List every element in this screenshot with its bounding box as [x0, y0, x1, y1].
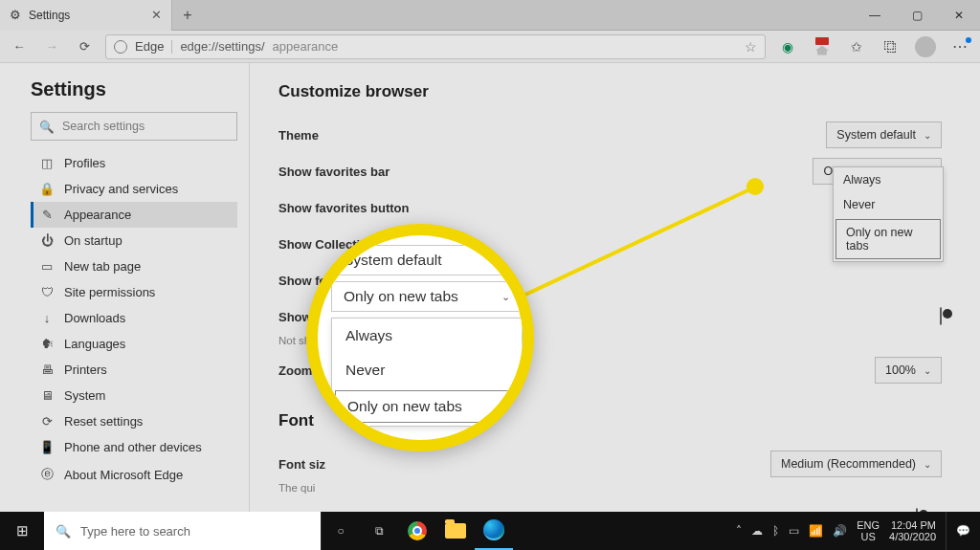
start-button[interactable]: ⊞	[0, 512, 44, 550]
magnifier-option-never: Never	[332, 353, 522, 387]
sidebar-item-privacy-and-services[interactable]: 🔒Privacy and services	[31, 176, 237, 202]
sidebar-item-reset-settings[interactable]: ⟳Reset settings	[31, 408, 237, 434]
sidebar-item-printers[interactable]: 🖶Printers	[31, 357, 237, 383]
sidebar-item-label: Printers	[64, 363, 107, 377]
favorites-button[interactable]: ✩	[844, 34, 869, 59]
sidebar-item-profiles[interactable]: ◫Profiles	[31, 150, 237, 176]
tray-chevron-up-icon[interactable]: ˄	[736, 524, 742, 538]
search-icon: 🔍	[56, 524, 71, 539]
sidebar-item-downloads[interactable]: ↓Downloads	[31, 305, 237, 331]
callout-dot	[746, 178, 764, 195]
settings-nav-list: ◫Profiles🔒Privacy and services✎Appearanc…	[31, 150, 237, 489]
minimize-button[interactable]: —	[854, 0, 896, 31]
sidebar-item-new-tab-page[interactable]: ▭New tab page	[31, 253, 237, 279]
zoom-dropdown[interactable]: 100%⌄	[875, 357, 942, 384]
action-center-button[interactable]: 💬	[946, 512, 980, 550]
taskbar-app-explorer[interactable]	[436, 512, 475, 550]
profile-avatar[interactable]	[913, 34, 938, 59]
magnifier-option-always: Always	[332, 319, 522, 353]
sidebar-item-label: On startup	[64, 233, 122, 248]
sidebar-item-label: Phone and other devices	[64, 440, 202, 454]
extension-home-icon[interactable]	[810, 34, 835, 59]
sidebar-item-on-startup[interactable]: ⏻On startup	[31, 228, 237, 253]
chevron-down-icon: ⌄	[924, 459, 931, 470]
sidebar-item-icon: 🖥	[39, 388, 55, 403]
sidebar-item-appearance[interactable]: ✎Appearance	[31, 202, 237, 228]
sidebar-item-label: About Microsoft Edge	[64, 468, 183, 482]
sidebar-item-site-permissions[interactable]: 🛡Site permissions	[31, 279, 237, 305]
edge-icon	[114, 40, 127, 54]
sidebar-item-icon: 📱	[39, 440, 55, 454]
tray-volume-icon[interactable]: 🔊	[833, 524, 847, 538]
sidebar-item-label: System	[64, 388, 105, 403]
extension-circle-icon[interactable]: ◉	[775, 34, 800, 59]
tray-onedrive-icon[interactable]: ☁	[751, 524, 763, 538]
sidebar-item-label: Appearance	[64, 208, 131, 222]
new-tab-button[interactable]: +	[172, 7, 203, 24]
sidebar-item-label: Site permissions	[64, 285, 155, 299]
chevron-down-icon: ⌄	[924, 365, 931, 376]
sidebar-item-icon: 🖶	[39, 363, 55, 377]
sidebar-item-system[interactable]: 🖥System	[31, 383, 237, 408]
windows-taskbar: ⊞ 🔍 Type here to search ○ ⧉ ˄ ☁ ᛒ ▭ 📶 🔊 …	[0, 512, 980, 550]
favorites-bar-option-newtabs[interactable]: Only on new tabs	[835, 219, 941, 259]
font-size-dropdown[interactable]: Medium (Recommended)⌄	[770, 451, 942, 477]
taskbar-app-chrome[interactable]	[398, 512, 436, 550]
tray-language[interactable]: ENG US	[857, 519, 880, 542]
more-menu-button[interactable]: ⋯	[947, 34, 972, 59]
favorites-bar-option-always[interactable]: Always	[834, 167, 943, 192]
sidebar-item-languages[interactable]: 🗣Languages	[31, 331, 237, 357]
sidebar-item-icon: ⏻	[39, 233, 55, 248]
tray-battery-icon[interactable]: ▭	[789, 524, 799, 538]
magnifier-callout: System default⌄ Only on new tabs⌄ Always…	[306, 224, 534, 451]
tab-title: Settings	[29, 9, 70, 22]
back-button[interactable]: ←	[8, 39, 31, 54]
tray-clock[interactable]: 12:04 PM 4/30/2020	[889, 519, 936, 542]
tray-wifi-icon[interactable]: 📶	[809, 524, 823, 538]
sidebar-item-about-microsoft-edge[interactable]: ⓔAbout Microsoft Edge	[31, 460, 237, 489]
sidebar-item-icon: 🗣	[39, 337, 55, 351]
browser-tabbar: ⚙ Settings ✕ + — ▢ ✕	[0, 0, 980, 31]
favorite-star-icon[interactable]: ☆	[745, 39, 757, 55]
browser-tab-settings[interactable]: ⚙ Settings ✕	[0, 0, 172, 31]
taskbar-search-box[interactable]: 🔍 Type here to search	[44, 512, 322, 550]
settings-title: Settings	[31, 78, 237, 100]
font-size-label: Font siz	[278, 457, 325, 472]
sidebar-item-icon: 🔒	[39, 182, 55, 196]
url-label: Edge	[135, 39, 164, 54]
close-window-button[interactable]: ✕	[938, 0, 980, 31]
address-bar[interactable]: Edge edge://settings/appearance ☆	[105, 34, 766, 59]
sidebar-item-icon: ▭	[39, 259, 55, 274]
favorites-bar-label: Show favorites bar	[278, 165, 390, 179]
task-view-button[interactable]: ⧉	[360, 512, 398, 550]
window-controls: — ▢ ✕	[854, 0, 980, 31]
collections-button[interactable]: ⿻	[879, 34, 903, 59]
sidebar-item-label: Profiles	[64, 156, 105, 170]
close-icon[interactable]: ✕	[151, 8, 162, 22]
favorites-bar-option-never[interactable]: Never	[834, 192, 943, 217]
refresh-button[interactable]: ⟳	[73, 39, 96, 54]
favorites-button-label: Show favorites button	[278, 201, 410, 215]
sidebar-item-label: New tab page	[64, 259, 141, 274]
sidebar-item-icon: ◫	[39, 156, 55, 170]
tray-bluetooth-icon[interactable]: ᛒ	[772, 524, 779, 538]
theme-label: Theme	[278, 128, 319, 143]
forward-button[interactable]: →	[40, 39, 63, 54]
search-icon: 🔍	[39, 120, 55, 134]
chevron-down-icon: ⌄	[924, 130, 931, 141]
browser-toolbar: ← → ⟳ Edge edge://settings/appearance ☆ …	[0, 31, 980, 63]
taskbar-app-edge[interactable]	[475, 512, 513, 550]
search-placeholder: Search settings	[62, 120, 145, 133]
home-button-toggle[interactable]	[940, 307, 942, 325]
sidebar-item-label: Reset settings	[64, 414, 143, 429]
sidebar-item-label: Languages	[64, 337, 125, 351]
sidebar-item-phone-and-other-devices[interactable]: 📱Phone and other devices	[31, 434, 237, 460]
maximize-button[interactable]: ▢	[896, 0, 938, 31]
cortana-button[interactable]: ○	[322, 512, 360, 550]
favorites-bar-dropdown-menu: Always Never Only on new tabs	[833, 166, 944, 262]
search-settings-input[interactable]: 🔍 Search settings	[31, 112, 237, 141]
customize-browser-heading: Customize browser	[278, 82, 942, 101]
system-tray: ˄ ☁ ᛒ ▭ 📶 🔊 ENG US 12:04 PM 4/30/2020	[726, 519, 946, 542]
magnifier-favbar-dropdown: Only on new tabs⌄	[331, 281, 523, 312]
theme-dropdown[interactable]: System default⌄	[826, 121, 942, 148]
